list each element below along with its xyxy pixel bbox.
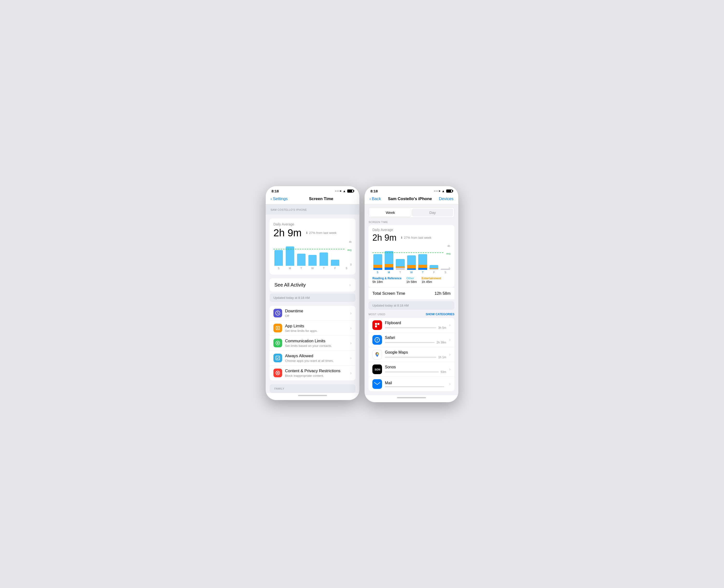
chart-bar-m1 bbox=[286, 247, 294, 266]
mail-chevron: › bbox=[449, 381, 451, 386]
stats-card: Daily Average 2h 9m ⬇ 27% from last week… bbox=[270, 218, 356, 274]
content-2: Week Day SCREEN TIME Daily Average 2h 9m… bbox=[365, 205, 458, 402]
family-section: FAMILY bbox=[270, 384, 356, 393]
svg-rect-12 bbox=[374, 382, 380, 386]
legend-entertainment: Entertainment 1h 45m bbox=[422, 277, 441, 284]
day-tab[interactable]: Day bbox=[412, 209, 453, 216]
flipboard-chevron: › bbox=[449, 322, 451, 328]
wifi-icon: ▲ bbox=[343, 189, 346, 193]
legend-other: Other 1h 58m bbox=[406, 277, 417, 284]
comm-limits-title: Communication Limits bbox=[285, 339, 347, 343]
googlemaps-name: Google Maps bbox=[385, 350, 446, 355]
content-privacy-title: Content & Privacy Restrictions bbox=[285, 369, 347, 373]
stack-bar-w bbox=[407, 255, 416, 270]
updated-banner-2: Updated today at 8:18 AM bbox=[368, 301, 454, 310]
app-limits-item[interactable]: App Limits Set time limits for apps. › bbox=[270, 321, 356, 336]
nav-title-2: Sam Costello's iPhone bbox=[388, 196, 432, 201]
device-label: SAM COSTELLO'S IPHONE bbox=[271, 208, 307, 211]
status-icons-1: ▲ bbox=[335, 189, 354, 193]
downtime-subtitle: Off bbox=[285, 314, 347, 318]
always-allowed-text: Always Allowed Choose apps you want at a… bbox=[285, 354, 347, 362]
total-label: Total Screen Time bbox=[372, 291, 405, 296]
week-tab[interactable]: Week bbox=[370, 209, 411, 216]
downtime-icon bbox=[273, 309, 282, 317]
day-th1: T bbox=[320, 267, 328, 270]
downtime-item[interactable]: Downtime Off › bbox=[270, 306, 356, 321]
content-1: SAM COSTELLO'S IPHONE Daily Average 2h 9… bbox=[266, 205, 359, 400]
signal-icon bbox=[335, 190, 341, 192]
content-privacy-item[interactable]: Content & Privacy Restrictions Block ina… bbox=[270, 366, 356, 380]
stack-bar-f bbox=[430, 265, 439, 270]
app-limits-title: App Limits bbox=[285, 324, 347, 329]
status-bar-2: 8:18 ▲ bbox=[365, 186, 458, 194]
mail-bar-row bbox=[385, 386, 446, 387]
svg-point-3 bbox=[277, 342, 278, 344]
svg-rect-6 bbox=[375, 323, 377, 325]
content-privacy-icon bbox=[273, 369, 282, 377]
stack-bar-t2 bbox=[418, 254, 427, 270]
sonos-info: Sonos 53m bbox=[385, 365, 446, 374]
day-t1: T bbox=[297, 267, 305, 270]
safari-icon bbox=[372, 335, 382, 345]
comm-limits-item[interactable]: Communication Limits Set limits based on… bbox=[270, 336, 356, 351]
safari-bar-row: 2h 39m bbox=[385, 341, 446, 344]
safari-progress bbox=[385, 342, 435, 343]
comm-limits-icon bbox=[273, 339, 282, 347]
total-row: Total Screen Time 12h 58m bbox=[368, 288, 454, 299]
day-s2: S bbox=[373, 271, 382, 274]
stack-bar-s2 bbox=[441, 269, 450, 270]
stack-bar-t1 bbox=[396, 259, 405, 270]
day-f1: F bbox=[331, 267, 339, 270]
flipboard-info: Flipboard 3h 5m bbox=[385, 321, 446, 330]
googlemaps-item[interactable]: Google Maps 1h 1m › bbox=[368, 347, 454, 362]
day-m2: M bbox=[385, 271, 393, 274]
sonos-item[interactable]: SONOS Sonos 53m › bbox=[368, 362, 454, 377]
day-m1: M bbox=[286, 267, 294, 270]
app-limits-subtitle: Set time limits for apps. bbox=[285, 329, 347, 333]
always-allowed-item[interactable]: Always Allowed Choose apps you want at a… bbox=[270, 351, 356, 366]
day-f2: F bbox=[430, 271, 438, 274]
svg-rect-4 bbox=[276, 356, 280, 360]
status-icons-2: ▲ bbox=[434, 189, 452, 193]
most-used-label: MOST USED bbox=[368, 313, 385, 316]
phone-1: 8:18 ▲ ‹ Settings Screen Time bbox=[265, 186, 360, 400]
app-limits-icon bbox=[273, 324, 282, 332]
back-button-1[interactable]: ‹ Settings bbox=[271, 196, 288, 201]
day-t2b: T bbox=[419, 271, 427, 274]
chart-bar-t1 bbox=[297, 254, 305, 266]
comm-limits-subtitle: Set limits based on your contacts. bbox=[285, 344, 347, 348]
see-all-row[interactable]: See All Activity › bbox=[270, 278, 356, 292]
show-categories-button[interactable]: SHOW CATEGORIES bbox=[426, 313, 454, 316]
sonos-name: Sonos bbox=[385, 365, 446, 369]
devices-button[interactable]: Devices bbox=[439, 196, 453, 201]
sonos-progress bbox=[385, 372, 439, 373]
family-label: FAMILY bbox=[274, 387, 351, 390]
total-value: 12h 58m bbox=[435, 291, 451, 296]
back-button-2[interactable]: ‹ Back bbox=[369, 196, 381, 201]
bar-chart-1: 4h 0 avg S bbox=[273, 241, 352, 271]
safari-time: 2h 39m bbox=[436, 341, 446, 344]
change-badge-2: ⬇ 27% from last week bbox=[400, 236, 431, 239]
day-sat2: S bbox=[441, 271, 450, 274]
phone-2: 8:18 ▲ ‹ Back Sam Costello's iPhone Devi… bbox=[364, 186, 459, 402]
nav-bar-2: ‹ Back Sam Costello's iPhone Devices bbox=[365, 194, 458, 205]
svg-rect-7 bbox=[378, 323, 379, 325]
flipboard-icon bbox=[372, 320, 382, 330]
flipboard-name: Flipboard bbox=[385, 321, 446, 325]
avg-label-2: avg bbox=[446, 252, 451, 255]
avg-line-1 bbox=[273, 249, 344, 249]
sonos-chevron: › bbox=[449, 367, 451, 372]
comm-limits-chevron: › bbox=[350, 341, 352, 346]
always-allowed-icon bbox=[273, 354, 282, 362]
flipboard-item[interactable]: Flipboard 3h 5m › bbox=[368, 318, 454, 333]
content-privacy-text: Content & Privacy Restrictions Block ina… bbox=[285, 369, 347, 378]
most-used-header: MOST USED SHOW CATEGORIES bbox=[365, 310, 458, 318]
avg-label-1: avg bbox=[347, 248, 352, 251]
battery-icon bbox=[347, 189, 354, 193]
mail-item[interactable]: Mail › bbox=[368, 377, 454, 391]
safari-item[interactable]: Safari 2h 39m › bbox=[368, 333, 454, 347]
googlemaps-info: Google Maps 1h 1m bbox=[385, 350, 446, 359]
googlemaps-bar-row: 1h 1m bbox=[385, 356, 446, 359]
downtime-title: Downtime bbox=[285, 309, 347, 314]
daily-avg-label-1: Daily Average bbox=[273, 222, 352, 226]
